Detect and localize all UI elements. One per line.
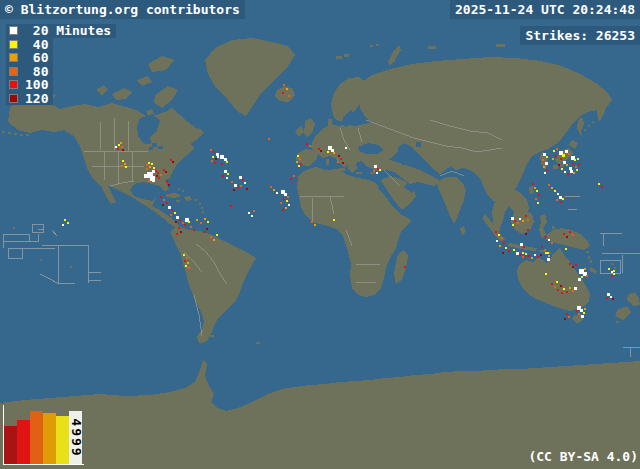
strike-dot xyxy=(496,240,498,242)
strike-dot xyxy=(152,170,155,173)
strike-dot xyxy=(217,156,219,158)
contributors-label: © Blitzortung.org contributors xyxy=(0,0,245,19)
strike-dot xyxy=(213,239,215,241)
strike-dot xyxy=(601,186,603,188)
strike-dot xyxy=(538,194,540,196)
legend-color-swatch xyxy=(9,26,18,35)
strike-dot xyxy=(226,177,228,179)
strike-dot xyxy=(495,231,497,233)
strike-dot xyxy=(231,181,233,183)
strike-dot xyxy=(172,161,174,163)
legend-color-swatch xyxy=(9,80,18,89)
strike-dot xyxy=(125,166,127,168)
strike-dot xyxy=(562,154,565,157)
strike-dot xyxy=(288,204,290,206)
strike-dot xyxy=(296,161,298,163)
strike-dot xyxy=(536,190,538,192)
strike-dot xyxy=(535,198,537,200)
legend-minutes-value: 60 xyxy=(25,51,48,64)
legend-color-swatch xyxy=(9,67,18,76)
strike-dot xyxy=(542,159,544,161)
strike-dot xyxy=(176,233,178,235)
strike-dot xyxy=(163,169,165,171)
strike-dot xyxy=(122,160,124,162)
strike-dot xyxy=(233,189,235,191)
strike-dot xyxy=(234,184,237,187)
strike-dot xyxy=(522,256,524,258)
strike-dot xyxy=(153,167,155,169)
legend-item-80: 80 xyxy=(6,65,53,79)
strike-dot xyxy=(545,273,547,275)
strike-dot xyxy=(570,170,573,173)
strike-dot xyxy=(210,149,212,151)
strike-dot xyxy=(276,192,278,194)
strike-dot xyxy=(298,165,300,167)
strike-dot xyxy=(548,184,550,186)
strike-dot xyxy=(284,193,287,196)
strike-dot xyxy=(286,200,288,202)
strike-dot xyxy=(404,266,406,268)
histogram-bar-120min xyxy=(4,426,17,464)
strike-dot xyxy=(118,144,120,146)
strike-dot xyxy=(578,313,580,315)
histogram-bar-60min xyxy=(43,413,56,464)
legend-minutes-unit: Minutes xyxy=(48,24,111,37)
strike-dot xyxy=(572,163,574,165)
strike-dot xyxy=(580,309,583,312)
strike-dot xyxy=(193,229,195,231)
strike-dot xyxy=(546,156,548,158)
strike-dot xyxy=(543,166,545,168)
strike-dot xyxy=(146,168,148,170)
strike-dot xyxy=(170,159,172,161)
strike-dot xyxy=(578,278,581,281)
strike-dot xyxy=(282,92,284,94)
strike-dot xyxy=(268,138,270,140)
strike-dot xyxy=(534,187,536,189)
strike-dot xyxy=(320,150,322,152)
strike-dot xyxy=(523,246,525,248)
strike-dot xyxy=(560,158,562,160)
strike-dot xyxy=(566,164,568,166)
strike-dot xyxy=(165,171,167,173)
strike-dot xyxy=(122,149,124,151)
strike-dot xyxy=(552,158,554,160)
strike-dot xyxy=(556,281,558,283)
strike-dot xyxy=(182,222,184,224)
strike-dot xyxy=(216,234,218,236)
strike-dot xyxy=(546,169,548,171)
strike-dot xyxy=(345,147,347,149)
strike-dot xyxy=(216,153,219,156)
strike-dot xyxy=(327,151,329,153)
strike-dot xyxy=(237,187,239,189)
strike-dot xyxy=(340,158,342,160)
strike-dot xyxy=(608,268,610,270)
strike-dot xyxy=(221,163,223,165)
strike-dot xyxy=(586,275,588,277)
strike-dot xyxy=(253,210,255,212)
strike-dot xyxy=(584,268,586,270)
strike-dot xyxy=(67,222,69,224)
strike-dot xyxy=(187,262,189,264)
legend-minutes-value: 80 xyxy=(25,65,48,78)
strike-dot xyxy=(242,179,244,181)
strike-dot xyxy=(148,180,150,182)
strike-dot xyxy=(286,88,288,90)
strike-dot xyxy=(541,246,543,248)
strike-dot xyxy=(612,298,614,300)
strike-dot xyxy=(519,254,521,256)
strike-dot xyxy=(545,162,548,165)
strike-dot xyxy=(288,95,290,97)
strike-dot xyxy=(213,151,215,153)
strike-dot xyxy=(152,179,155,182)
strike-dot xyxy=(374,165,377,168)
strike-dot xyxy=(565,248,567,250)
strike-dot xyxy=(283,84,285,86)
legend-item-40: 40 xyxy=(6,38,53,52)
strike-dot xyxy=(318,148,320,150)
strike-dot xyxy=(516,252,519,255)
strike-dot xyxy=(554,190,556,192)
strike-dot xyxy=(532,183,534,185)
strike-dot xyxy=(563,161,566,164)
histogram-bar-100min xyxy=(17,420,30,464)
strike-dot xyxy=(548,239,550,241)
